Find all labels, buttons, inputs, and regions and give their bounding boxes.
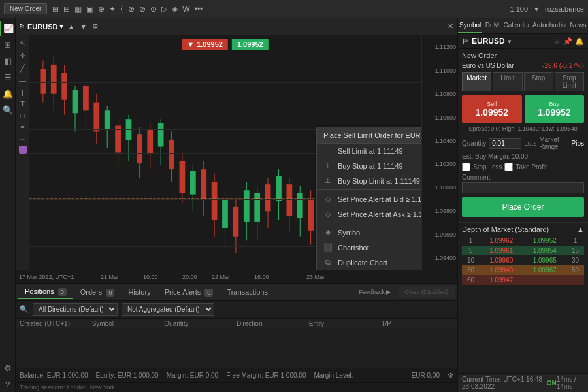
tool-color[interactable] xyxy=(19,146,27,154)
tool-cursor[interactable]: ↖ xyxy=(18,38,27,49)
col-quantity: Quantity xyxy=(164,320,237,327)
dom-buy-3: 1.09965 xyxy=(523,255,566,265)
tab-symbol[interactable]: Symbol xyxy=(458,18,482,33)
tab-dom[interactable]: DoM xyxy=(482,18,502,33)
tab-orders[interactable]: Orders 0 xyxy=(74,286,122,299)
toolbar-icon-13[interactable]: W xyxy=(181,3,191,15)
tab-calendar[interactable]: Calendar xyxy=(502,18,531,33)
direction-filter[interactable]: All Directions (Default) xyxy=(33,303,118,316)
chart-close-icon[interactable]: ✕ xyxy=(446,22,455,31)
sidebar-icon-help[interactable]: ? xyxy=(0,377,15,392)
time-dropdown-icon[interactable]: ▾ xyxy=(533,3,540,15)
context-chartshot[interactable]: ⬛ Chartshot xyxy=(317,240,421,255)
tool-line[interactable]: ╱ xyxy=(19,63,26,74)
toolbar-icon-8[interactable]: ⊗ xyxy=(127,3,136,15)
dom-collapse-icon[interactable]: ▲ xyxy=(577,225,584,233)
tool-crosshair[interactable]: ✛ xyxy=(18,50,27,61)
sell-label: Sell xyxy=(465,101,519,107)
quantity-row: Quantity Lots Market Range Pips xyxy=(462,136,584,150)
toolbar-icon-12[interactable]: ◈ xyxy=(171,3,179,15)
context-menu-header: Place Sell Limit Order for EURUSD xyxy=(317,127,421,144)
sidebar-icon-3[interactable]: ☰ xyxy=(0,70,15,85)
svg-rect-15 xyxy=(115,125,121,152)
instrument-name: Euro vs US Dollar xyxy=(462,62,514,69)
comment-input[interactable] xyxy=(462,182,584,193)
tool-rect[interactable]: □ xyxy=(19,110,26,121)
context-sell-limit[interactable]: — Sell Limit at 1.11149 xyxy=(317,144,421,158)
tab-transactions[interactable]: Transactions xyxy=(220,286,274,299)
new-order-button[interactable]: New Order xyxy=(4,3,47,14)
toolbar-icon-2[interactable]: ⊟ xyxy=(62,3,71,15)
chart-tool-settings[interactable]: ⚙ xyxy=(91,22,100,31)
svg-rect-7 xyxy=(73,90,78,113)
sidebar-icon-2[interactable]: ◧ xyxy=(0,54,15,69)
context-buy-stop-limit[interactable]: ⊥ Buy Stop Limit at 1.11149 xyxy=(317,173,421,188)
toolbar-icon-1[interactable]: ⊞ xyxy=(51,3,60,15)
star-icon[interactable]: ☆ xyxy=(554,37,561,46)
pin-icon[interactable]: 📌 xyxy=(563,37,572,46)
toolbar-icons: ⊞ ⊟ ▦ ▣ ⊕ ✦ ⟨ ⊗ ⊘ ⊙ ▷ ◈ W ••• xyxy=(51,3,506,15)
chart-symbol-dropdown[interactable]: ▾ xyxy=(59,22,63,31)
order-type-market[interactable]: Market xyxy=(462,72,491,91)
sidebar-icon-chart[interactable]: 📈 xyxy=(0,21,15,36)
buy-stop-label: Buy Stop at 1.11149 xyxy=(338,162,403,170)
symbol-header-icons: ☆ 📌 🔔 xyxy=(554,37,584,46)
toolbar-icon-6[interactable]: ✦ xyxy=(108,3,117,15)
context-symbol[interactable]: ◈ Symbol ▶ xyxy=(317,225,421,240)
context-price-alert-bid[interactable]: ◇ Set Price Alert at Bid ≥ 1.11149 xyxy=(317,191,421,206)
context-duplicate[interactable]: ⧉ Duplicate Chart xyxy=(317,255,421,270)
toolbar-icon-7[interactable]: ⟨ xyxy=(119,3,125,15)
quantity-input[interactable] xyxy=(489,138,521,149)
tab-positions[interactable]: Positions 0 xyxy=(18,285,73,299)
svg-rect-43 xyxy=(265,184,271,211)
toolbar-icon-more[interactable]: ••• xyxy=(193,3,204,15)
svg-rect-5 xyxy=(61,73,67,100)
dom-count-left-4: 30 xyxy=(462,265,480,275)
sell-button[interactable]: Sell 1.09952 xyxy=(462,95,522,123)
stop-loss-checkbox[interactable] xyxy=(462,163,470,171)
order-type-limit[interactable]: Limit xyxy=(493,72,522,91)
context-price-alert-ask[interactable]: ◇ Set Price Alert at Ask ≥ 1.11149 xyxy=(317,206,421,221)
order-type-stop[interactable]: Stop xyxy=(524,72,553,91)
toolbar-icon-11[interactable]: ▷ xyxy=(160,3,169,15)
sidebar-icon-1[interactable]: ⊞ xyxy=(0,37,15,52)
alert-bid-label: Set Price Alert at Bid ≥ 1.11149 xyxy=(338,195,421,203)
comment-label: Comment: xyxy=(462,174,584,181)
context-buy-stop[interactable]: ⊤ Buy Stop at 1.11149 xyxy=(317,158,421,173)
tool-vline[interactable]: | xyxy=(20,87,25,97)
feedback-btn[interactable]: Feedback ▶ xyxy=(352,286,397,298)
dom-count-right-5 xyxy=(566,275,584,285)
symbol-dropdown-arrow[interactable]: ▾ xyxy=(508,37,512,46)
aggregation-filter[interactable]: Not Aggregated (Default) xyxy=(122,303,214,316)
bell-icon[interactable]: 🔔 xyxy=(575,37,584,46)
sidebar-icon-5[interactable]: 🔍 xyxy=(0,103,15,118)
price-label-2: 1.11000 xyxy=(434,67,456,74)
toolbar-icon-5[interactable]: ⊕ xyxy=(97,3,106,15)
toolbar-icon-9[interactable]: ⊘ xyxy=(138,3,147,15)
sidebar-icon-4[interactable]: 🔔 xyxy=(0,86,15,101)
buy-button[interactable]: Buy 1.09952 xyxy=(525,95,585,123)
tab-history[interactable]: History xyxy=(122,286,157,299)
order-type-tabs: Market Limit Stop Stop Limit xyxy=(462,72,584,91)
sidebar-icon-settings[interactable]: ⚙ xyxy=(0,361,15,376)
tab-price-alerts[interactable]: Price Alerts 0 xyxy=(158,286,220,299)
tab-autochartist[interactable]: Autochartist xyxy=(531,18,568,33)
tool-hline[interactable]: — xyxy=(18,75,27,86)
tab-news[interactable]: News xyxy=(568,18,588,33)
toolbar-icon-4[interactable]: ▣ xyxy=(85,3,95,15)
take-profit-checkbox[interactable] xyxy=(504,163,513,171)
place-order-button[interactable]: Place Order xyxy=(462,197,584,217)
tool-arrow[interactable]: → xyxy=(18,134,27,144)
order-type-stop-limit[interactable]: Stop Limit xyxy=(555,72,584,91)
toolbar-icon-3[interactable]: ▦ xyxy=(73,3,83,15)
settings-icon[interactable]: ⚙ xyxy=(448,372,453,379)
sell-limit-label: Sell Limit at 1.11149 xyxy=(338,147,403,155)
tool-fib[interactable]: ≡ xyxy=(19,122,25,133)
chart-canvas[interactable]: ▼ 1.09952 1.09952 xyxy=(29,35,421,270)
context-menu: Place Sell Limit Order for EURUSD — Sell… xyxy=(316,127,421,270)
chart-tool-up[interactable]: ▲ xyxy=(66,22,76,31)
toolbar-icon-10[interactable]: ⊙ xyxy=(149,3,158,15)
buy-label: Buy xyxy=(527,101,582,107)
chart-tool-down[interactable]: ▼ xyxy=(78,22,88,31)
tool-text[interactable]: T xyxy=(19,99,26,109)
